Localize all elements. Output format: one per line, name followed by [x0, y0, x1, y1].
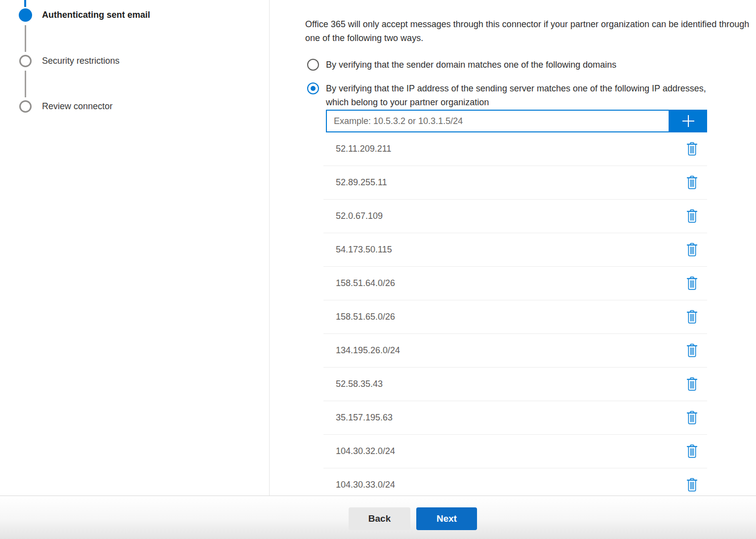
ip-address-value: 158.51.65.0/26: [336, 312, 395, 322]
delete-ip-button[interactable]: [685, 141, 699, 157]
ip-address-value: 52.0.67.109: [336, 211, 383, 221]
wizard-steps-panel: Authenticating sent email Security restr…: [0, 0, 270, 496]
plus-icon: [680, 113, 697, 129]
ip-address-value: 52.11.209.211: [336, 144, 391, 154]
sidebar-item-security-restrictions: Security restrictions: [42, 56, 119, 66]
trash-icon: [686, 175, 698, 190]
ip-list-row: 134.195.26.0/24: [323, 334, 707, 368]
trash-icon: [686, 276, 698, 290]
delete-ip-button[interactable]: [685, 242, 699, 258]
radio-option-ip-address[interactable]: By verifying that the IP address of the …: [305, 82, 731, 109]
intro-text: Office 365 will only accept messages thr…: [305, 17, 756, 45]
ip-address-value: 52.58.35.43: [336, 379, 383, 389]
ip-address-value: 134.195.26.0/24: [336, 345, 400, 356]
trash-icon: [686, 209, 698, 223]
trash-icon: [686, 310, 698, 324]
delete-ip-button[interactable]: [685, 443, 699, 459]
connector-wizard: Authenticating sent email Security restr…: [0, 0, 756, 496]
ip-address-input[interactable]: [326, 110, 670, 132]
trash-icon: [686, 243, 698, 257]
ip-list-row: 104.30.33.0/24: [323, 468, 707, 496]
ip-list-row: 52.11.209.211: [323, 132, 707, 166]
step-indicator-review-connector: [19, 100, 32, 113]
ip-address-value: 158.51.64.0/26: [336, 278, 395, 289]
next-button[interactable]: Next: [416, 507, 477, 530]
sidebar-item-authenticating-sent-email: Authenticating sent email: [42, 10, 150, 20]
delete-ip-button[interactable]: [685, 309, 699, 325]
ip-address-value: 52.89.255.11: [336, 177, 387, 188]
step-indicator-authenticating-sent-email: [19, 8, 32, 22]
ip-list-row: 104.30.32.0/24: [323, 435, 707, 468]
ip-entry-group: [326, 110, 707, 132]
ip-address-value: 104.30.32.0/24: [336, 446, 395, 456]
trash-icon: [686, 343, 698, 358]
back-button[interactable]: Back: [349, 507, 410, 530]
radio-option-label: By verifying that the IP address of the …: [326, 82, 731, 109]
ip-list-row: 52.89.255.11: [323, 166, 707, 200]
step-connector-line-top: [24, 0, 26, 7]
delete-ip-button[interactable]: [685, 208, 699, 224]
trash-icon: [686, 142, 698, 156]
delete-ip-button[interactable]: [685, 376, 699, 392]
wizard-footer: Back Next: [0, 496, 756, 539]
trash-icon: [686, 411, 698, 425]
trash-icon: [686, 444, 698, 458]
ip-list-row: 35.157.195.63: [323, 401, 707, 435]
ip-list-row: 158.51.65.0/26: [323, 300, 707, 334]
add-ip-button[interactable]: [670, 110, 707, 132]
delete-ip-button[interactable]: [685, 174, 699, 191]
sidebar-item-review-connector: Review connector: [42, 101, 113, 112]
step-indicator-security-restrictions: [19, 55, 32, 67]
ip-list-row: 52.58.35.43: [323, 368, 707, 401]
ip-list: 52.11.209.211 52.89.255.11: [323, 132, 707, 496]
trash-icon: [686, 478, 698, 492]
radio-option-label: By verifying that the sender domain matc…: [326, 58, 731, 72]
wizard-content: Office 365 will only accept messages thr…: [305, 0, 756, 496]
delete-ip-button[interactable]: [685, 342, 699, 359]
step-connector-line: [25, 71, 26, 97]
delete-ip-button[interactable]: [685, 477, 699, 493]
radio-circle-icon[interactable]: [307, 83, 319, 94]
ip-list-row: 54.173.50.115: [323, 233, 707, 267]
trash-icon: [686, 377, 698, 391]
ip-address-value: 54.173.50.115: [336, 245, 392, 255]
radio-dot-icon: [311, 86, 316, 91]
delete-ip-button[interactable]: [685, 410, 699, 426]
delete-ip-button[interactable]: [685, 275, 699, 291]
ip-list-row: 158.51.64.0/26: [323, 267, 707, 300]
step-connector-line: [25, 25, 26, 52]
ip-address-value: 104.30.33.0/24: [336, 480, 395, 490]
ip-address-value: 35.157.195.63: [336, 413, 393, 423]
radio-circle-icon[interactable]: [307, 59, 319, 71]
radio-option-sender-domain[interactable]: By verifying that the sender domain matc…: [305, 58, 731, 72]
ip-list-row: 52.0.67.109: [323, 200, 707, 233]
